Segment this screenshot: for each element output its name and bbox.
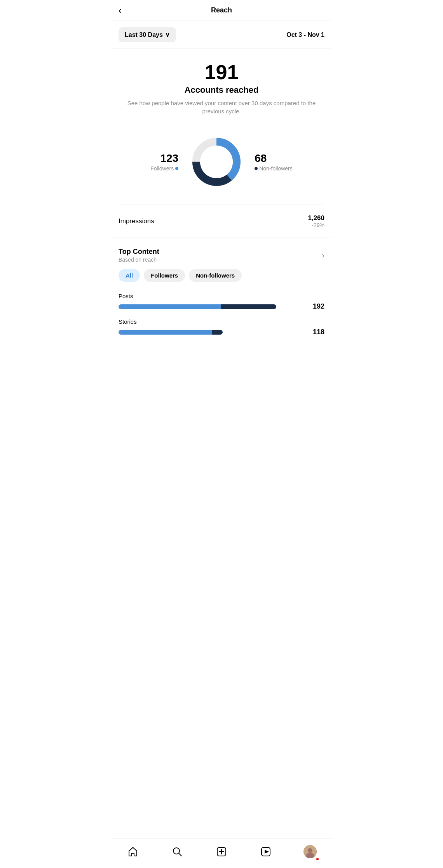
chevron-down-icon: ∨ bbox=[165, 31, 170, 38]
stories-bar-track bbox=[119, 330, 223, 335]
accounts-reached-number: 191 bbox=[119, 61, 324, 83]
followers-dot bbox=[175, 167, 178, 170]
stories-bar-container bbox=[119, 330, 304, 335]
posts-bar-item: Posts 192 bbox=[119, 293, 324, 311]
svg-point-3 bbox=[200, 146, 233, 178]
nonfollowers-label-text: Non-followers bbox=[259, 165, 293, 172]
followers-label-text: Followers bbox=[150, 165, 174, 172]
top-content-header[interactable]: Top Content Based on reach › bbox=[111, 238, 332, 269]
nonfollowers-legend: 68 Non-followers bbox=[255, 153, 293, 172]
followers-label: Followers bbox=[150, 165, 178, 172]
posts-bar-blue bbox=[119, 304, 221, 309]
page-title: Reach bbox=[211, 6, 232, 14]
posts-bar-value: 192 bbox=[309, 302, 324, 311]
posts-bar-dark bbox=[221, 304, 276, 309]
impressions-number: 1,260 bbox=[308, 214, 324, 222]
stories-bar-value: 118 bbox=[309, 328, 324, 336]
nonfollowers-count: 68 bbox=[255, 153, 293, 165]
date-range-text: Oct 3 - Nov 1 bbox=[286, 31, 324, 38]
header: ‹ Reach bbox=[111, 0, 332, 21]
posts-bar-label: Posts bbox=[119, 293, 324, 299]
accounts-reached-label: Accounts reached bbox=[119, 85, 324, 95]
date-filter-row: Last 30 Days ∨ Oct 3 - Nov 1 bbox=[111, 21, 332, 49]
accounts-reached-description: See how people have viewed your content … bbox=[119, 99, 324, 115]
filter-tab-nonfollowers[interactable]: Non-followers bbox=[189, 269, 242, 282]
filter-tab-all[interactable]: All bbox=[119, 269, 140, 282]
stories-bar-blue bbox=[119, 330, 212, 335]
impressions-label: Impressions bbox=[119, 217, 154, 225]
donut-chart bbox=[189, 135, 244, 189]
impressions-change: -29% bbox=[308, 222, 324, 228]
top-content-subtitle: Based on reach bbox=[119, 257, 159, 263]
posts-bar-track bbox=[119, 304, 276, 309]
content-bars-section: Posts 192 Stories 118 bbox=[111, 290, 332, 350]
stories-bar-label: Stories bbox=[119, 318, 324, 325]
followers-count: 123 bbox=[150, 153, 178, 165]
back-button[interactable]: ‹ bbox=[119, 6, 122, 15]
impressions-row: Impressions 1,260 -29% bbox=[111, 205, 332, 238]
posts-bar-row: 192 bbox=[119, 302, 324, 311]
date-filter-label: Last 30 Days bbox=[125, 31, 163, 38]
donut-chart-section: 123 Followers 68 Non-followers bbox=[111, 123, 332, 205]
nonfollowers-label: Non-followers bbox=[255, 165, 293, 172]
filter-tabs: All Followers Non-followers bbox=[111, 269, 332, 290]
impressions-value-block: 1,260 -29% bbox=[308, 214, 324, 228]
followers-legend: 123 Followers bbox=[150, 153, 178, 172]
nonfollowers-dot bbox=[255, 167, 258, 170]
chevron-right-icon[interactable]: › bbox=[322, 251, 324, 260]
posts-bar-container bbox=[119, 304, 304, 309]
accounts-reached-section: 191 Accounts reached See how people have… bbox=[111, 49, 332, 123]
stories-bar-dark bbox=[212, 330, 223, 335]
filter-tab-followers[interactable]: Followers bbox=[144, 269, 185, 282]
stories-bar-item: Stories 118 bbox=[119, 318, 324, 336]
date-filter-button[interactable]: Last 30 Days ∨ bbox=[119, 27, 176, 42]
stories-bar-row: 118 bbox=[119, 328, 324, 336]
top-content-text-block: Top Content Based on reach bbox=[119, 248, 159, 263]
top-content-title: Top Content bbox=[119, 248, 159, 256]
